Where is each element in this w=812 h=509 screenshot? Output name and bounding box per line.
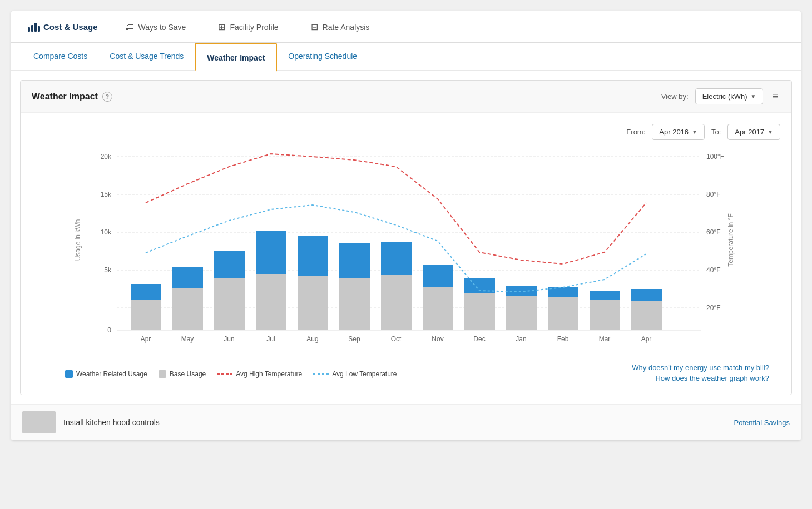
brand-label: Cost & Usage (43, 22, 98, 32)
svg-rect-32 (464, 293, 495, 330)
energy-bill-link[interactable]: Why doesn't my energy use match my bill? (632, 363, 769, 372)
help-icon[interactable]: ? (102, 92, 112, 102)
brand: Cost & Usage (17, 11, 109, 42)
weather-impact-card: Weather Impact ? View by: Electric (kWh)… (20, 80, 792, 395)
svg-rect-37 (548, 287, 578, 297)
svg-rect-24 (298, 276, 328, 330)
date-controls: From: Apr 2016 ▼ To: Apr 2017 ▼ (32, 118, 780, 146)
chart-legend: Weather Related Usage Base Usage Avg Hig… (32, 357, 780, 389)
card-controls: View by: Electric (kWh) ▼ ≡ (661, 88, 780, 104)
svg-text:Aug: Aug (306, 335, 318, 343)
svg-rect-28 (381, 275, 412, 330)
avg-low-line-icon (313, 371, 329, 377)
svg-rect-41 (631, 289, 662, 301)
svg-text:40°F: 40°F (706, 266, 720, 274)
legend-avg-high-label: Avg High Temperature (236, 370, 302, 378)
tab-rate-analysis[interactable]: ⊟ Rate Analysis (295, 11, 386, 42)
ways-to-save-label: Ways to Save (138, 23, 186, 32)
svg-text:Usage in kWh: Usage in kWh (74, 219, 82, 261)
svg-text:Jun: Jun (224, 335, 234, 343)
svg-text:0: 0 (107, 326, 111, 334)
sub-nav: Compare Costs Cost & Usage Trends Weathe… (11, 43, 801, 71)
svg-text:Jan: Jan (516, 335, 526, 343)
subnav-operating-schedule[interactable]: Operating Schedule (277, 43, 368, 71)
tab-facility-profile[interactable]: ⊞ Facility Profile (202, 11, 294, 42)
facility-profile-label: Facility Profile (230, 23, 278, 32)
svg-text:Temperature in °F: Temperature in °F (727, 213, 735, 267)
subnav-cost-usage-trends[interactable]: Cost & Usage Trends (98, 43, 195, 71)
from-label: From: (626, 128, 645, 136)
legend-base-usage: Base Usage (159, 370, 206, 378)
svg-rect-40 (631, 301, 662, 330)
bar-apr-weather (131, 284, 161, 300)
tab-ways-to-save[interactable]: 🏷 Ways to Save (109, 11, 202, 42)
bar-apr-base (131, 300, 161, 330)
svg-rect-36 (548, 297, 578, 330)
hamburger-menu-icon[interactable]: ≡ (770, 88, 780, 104)
svg-text:20k: 20k (101, 153, 112, 161)
weather-chart-svg: 20k 15k 10k 5k 0 100°F 80°F 60°F 40°F 20… (32, 146, 780, 357)
legend-weather-related: Weather Related Usage (65, 370, 147, 378)
svg-text:Jul: Jul (266, 335, 275, 343)
svg-text:Nov: Nov (432, 335, 443, 343)
bottom-thumbnail (22, 411, 56, 433)
svg-text:Dec: Dec (473, 335, 485, 343)
svg-rect-31 (423, 265, 453, 287)
svg-rect-21 (214, 251, 245, 278)
chart-area: From: Apr 2016 ▼ To: Apr 2017 ▼ (21, 113, 791, 395)
weather-graph-link[interactable]: How does the weather graph work? (632, 374, 769, 382)
rate-analysis-label: Rate Analysis (323, 23, 370, 32)
svg-rect-18 (172, 288, 203, 330)
svg-rect-34 (506, 296, 537, 330)
svg-rect-27 (339, 243, 370, 278)
chevron-down-icon: ▼ (751, 93, 756, 99)
to-chevron-icon: ▼ (768, 129, 773, 135)
to-label: To: (711, 128, 721, 136)
legend-avg-high: Avg High Temperature (217, 370, 302, 378)
subnav-weather-impact[interactable]: Weather Impact (195, 43, 277, 72)
weather-swatch (65, 370, 73, 378)
svg-rect-19 (172, 267, 203, 288)
legend-avg-low-label: Avg Low Temperature (332, 370, 397, 378)
svg-text:May: May (181, 335, 194, 343)
rate-analysis-icon: ⊟ (311, 22, 318, 32)
svg-rect-26 (339, 278, 370, 330)
svg-text:Mar: Mar (599, 335, 611, 343)
svg-text:80°F: 80°F (706, 191, 720, 198)
svg-rect-25 (298, 236, 328, 276)
svg-text:Sep: Sep (348, 335, 360, 343)
ways-to-save-icon: 🏷 (125, 22, 134, 32)
svg-rect-22 (256, 274, 286, 330)
subnav-compare-costs[interactable]: Compare Costs (22, 43, 98, 71)
svg-text:Apr: Apr (641, 335, 652, 343)
legend-avg-low: Avg Low Temperature (313, 370, 397, 378)
from-chevron-icon: ▼ (692, 129, 697, 135)
to-date-dropdown[interactable]: Apr 2017 ▼ (727, 124, 780, 140)
svg-text:Feb: Feb (557, 335, 569, 343)
svg-text:Oct: Oct (391, 335, 402, 343)
chart-wrapper: 20k 15k 10k 5k 0 100°F 80°F 60°F 40°F 20… (32, 146, 780, 357)
svg-rect-20 (214, 278, 245, 330)
svg-rect-23 (256, 231, 286, 274)
bottom-potential-savings: Potential Savings (734, 418, 790, 427)
svg-text:10k: 10k (101, 228, 112, 236)
svg-rect-30 (423, 287, 453, 330)
bottom-section: Install kitchen hood controls Potential … (11, 404, 801, 440)
svg-text:15k: 15k (101, 191, 112, 198)
bottom-recommendation-text: Install kitchen hood controls (63, 418, 160, 427)
svg-rect-39 (590, 291, 620, 300)
legend-weather-label: Weather Related Usage (76, 370, 147, 378)
view-by-label: View by: (661, 92, 689, 101)
base-swatch (159, 370, 166, 378)
view-by-dropdown[interactable]: Electric (kWh) ▼ (695, 88, 764, 104)
from-date-dropdown[interactable]: Apr 2016 ▼ (652, 124, 705, 140)
svg-rect-29 (381, 242, 412, 275)
card-title-area: Weather Impact ? (32, 92, 112, 102)
avg-high-line-icon (217, 371, 232, 377)
svg-text:5k: 5k (104, 266, 112, 274)
svg-text:100°F: 100°F (706, 153, 724, 161)
svg-text:60°F: 60°F (706, 228, 720, 236)
card-title-text: Weather Impact (32, 92, 98, 102)
svg-text:20°F: 20°F (706, 304, 720, 312)
svg-text:Apr: Apr (141, 335, 151, 343)
